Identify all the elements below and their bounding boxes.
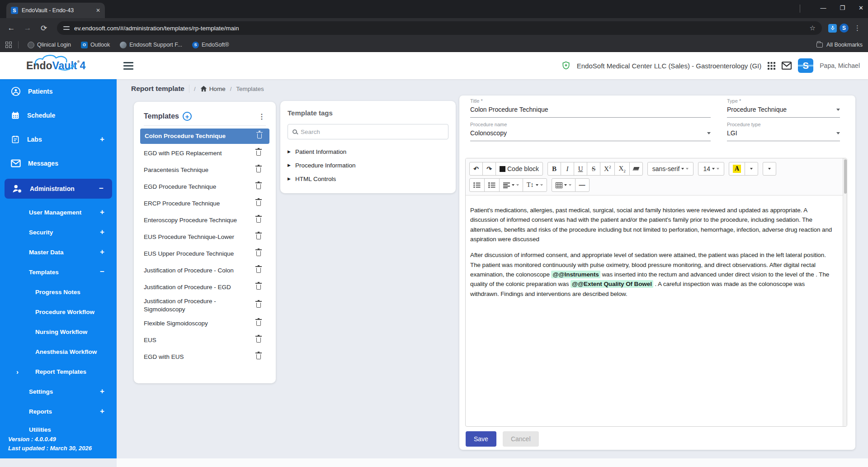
- strikethrough-button[interactable]: S: [587, 162, 600, 176]
- tag-group-html-controls[interactable]: ▶ HTML Controls: [288, 172, 448, 186]
- bookmark-outlook[interactable]: O Outlook: [78, 42, 113, 48]
- sidebar-item-anesthesia-workflow[interactable]: Anesthesia Workflow: [0, 342, 117, 362]
- expand-plus-icon[interactable]: +: [99, 407, 106, 416]
- site-settings-icon[interactable]: [63, 25, 70, 31]
- apps-grid-icon[interactable]: [768, 62, 775, 70]
- forward-button[interactable]: →: [21, 24, 34, 33]
- tree-arrow-icon[interactable]: ▶: [288, 149, 291, 154]
- mic-extension-icon[interactable]: [828, 24, 837, 33]
- superscript-button[interactable]: X2: [600, 162, 615, 176]
- tree-arrow-icon[interactable]: ▶: [288, 163, 291, 167]
- sidebar-item-user-management[interactable]: User Management +: [0, 202, 117, 222]
- templates-menu-icon[interactable]: ⋮: [258, 112, 266, 121]
- cancel-button[interactable]: Cancel: [503, 431, 539, 447]
- extent-quality-tag[interactable]: @@Extent Quality Of Bowel: [571, 280, 653, 288]
- breadcrumb-home[interactable]: Home: [200, 86, 226, 92]
- hamburger-menu-icon[interactable]: [123, 60, 133, 71]
- procedure-type-select[interactable]: LGI: [727, 129, 840, 141]
- bookmark-endosoft[interactable]: S EndoSoft®: [189, 42, 232, 48]
- sidebar-item-reports[interactable]: Reports +: [0, 401, 117, 421]
- template-list-item[interactable]: EUS Upper Procedure Technique: [134, 245, 276, 262]
- redo-button[interactable]: ↷: [482, 162, 496, 176]
- delete-template-button[interactable]: [256, 131, 263, 142]
- tab-close-icon[interactable]: ✕: [96, 7, 100, 14]
- delete-template-button[interactable]: [255, 352, 262, 362]
- search-input[interactable]: [301, 129, 443, 135]
- font-color-button[interactable]: A: [729, 162, 745, 176]
- address-bar[interactable]: ev.endosoft.com/#/administration/templat…: [57, 21, 822, 35]
- delete-template-button[interactable]: [255, 181, 262, 192]
- horizontal-rule-button[interactable]: —: [575, 178, 590, 192]
- font-size-select[interactable]: 14: [698, 162, 724, 176]
- delete-template-button[interactable]: [255, 335, 262, 346]
- sidebar-item-labs[interactable]: Labs +: [0, 127, 117, 151]
- mail-icon[interactable]: [782, 62, 792, 70]
- delete-template-button[interactable]: [255, 248, 262, 259]
- code-block-button[interactable]: Code block: [495, 162, 543, 176]
- collapse-minus-icon[interactable]: −: [99, 267, 106, 276]
- save-button[interactable]: Save: [466, 431, 496, 447]
- window-minimize-button[interactable]: —: [820, 5, 826, 11]
- subscript-button[interactable]: X2: [614, 162, 629, 176]
- delete-template-button[interactable]: [255, 265, 262, 276]
- ordered-list-button[interactable]: [484, 178, 500, 192]
- instruments-tag[interactable]: @@Instruments: [551, 271, 600, 278]
- delete-template-button[interactable]: [255, 282, 262, 293]
- editor-content[interactable]: Patient's medications, allergies, past m…: [466, 195, 847, 418]
- breadcrumb-templates[interactable]: Templates: [236, 86, 264, 92]
- title-field[interactable]: Colon Procedure Technique: [470, 106, 711, 118]
- expand-plus-icon[interactable]: +: [99, 135, 106, 144]
- undo-button[interactable]: ↶: [469, 162, 483, 176]
- browser-menu-icon[interactable]: ⋮: [851, 24, 863, 32]
- sidebar-item-templates[interactable]: Templates −: [0, 262, 117, 282]
- tag-group-patient-information[interactable]: ▶ Patient Information: [288, 145, 448, 158]
- apps-shortcut-icon[interactable]: [5, 42, 12, 48]
- sidebar-item-schedule[interactable]: Schedule: [0, 103, 117, 127]
- underline-button[interactable]: U: [574, 162, 587, 176]
- add-template-button[interactable]: +: [183, 112, 192, 121]
- bookmark-qlinical[interactable]: Qlinical Login: [25, 42, 74, 48]
- expand-plus-icon[interactable]: +: [99, 208, 106, 217]
- template-list-item[interactable]: Flexible Sigmoidoscopy: [134, 315, 276, 332]
- template-list-item[interactable]: Colon Procedure Technique: [140, 129, 269, 144]
- tag-group-procedure-information[interactable]: ▶ Procedure Information: [288, 158, 448, 172]
- template-list-item[interactable]: Justification of Procedure - EGD: [134, 279, 276, 295]
- font-color-caret[interactable]: [745, 162, 758, 176]
- sidebar-item-patients[interactable]: Patients: [0, 79, 117, 103]
- template-list-item[interactable]: Enteroscopy Procedure Technique: [134, 212, 276, 229]
- template-list-item[interactable]: Justification of Procedure - Colon: [134, 262, 276, 279]
- expand-plus-icon[interactable]: +: [99, 387, 106, 396]
- delete-template-button[interactable]: [255, 148, 262, 159]
- more-options-caret[interactable]: [763, 162, 776, 176]
- window-close-button[interactable]: ✕: [859, 5, 863, 11]
- organization-name[interactable]: EndoSoft Medical Center LLC (Sales) - Ga…: [577, 62, 762, 70]
- sidebar-item-security[interactable]: Security +: [0, 222, 117, 242]
- align-button[interactable]: [499, 178, 523, 192]
- tags-search[interactable]: [288, 124, 448, 139]
- expand-plus-icon[interactable]: +: [99, 248, 106, 257]
- font-family-select[interactable]: sans-serif: [647, 162, 694, 176]
- template-list-item[interactable]: EUS: [134, 332, 276, 348]
- template-list-item[interactable]: EUS Procedure Technique-Lower: [134, 229, 276, 245]
- template-list-item[interactable]: ERCP Procedure Technique: [134, 195, 276, 212]
- sidebar-item-administration[interactable]: Administration −: [5, 179, 112, 199]
- browser-tab[interactable]: S EndoVault - Endo-43 ✕: [6, 3, 105, 18]
- template-list-item[interactable]: EGD with PEG Replacement: [134, 145, 276, 162]
- delete-template-button[interactable]: [255, 215, 262, 226]
- url-text[interactable]: ev.endosoft.com/#/administration/templat…: [74, 25, 805, 32]
- bookmark-star-icon[interactable]: ☆: [810, 24, 816, 32]
- sidebar-item-master-data[interactable]: Master Data +: [0, 242, 117, 262]
- scrollbar-thumb[interactable]: [844, 159, 847, 194]
- bullet-list-button[interactable]: [469, 178, 485, 192]
- user-name[interactable]: Papa, Michael: [820, 62, 860, 69]
- back-button[interactable]: ←: [5, 24, 18, 33]
- bookmark-endosoft-support[interactable]: Endosoft Support F...: [117, 42, 185, 48]
- reload-button[interactable]: ⟳: [37, 24, 51, 33]
- sidebar-item-progress-notes[interactable]: Progress Notes: [0, 282, 117, 302]
- delete-template-button[interactable]: [255, 165, 262, 176]
- delete-template-button[interactable]: [255, 300, 262, 311]
- procedure-name-select[interactable]: Colonoscopy: [470, 129, 711, 141]
- window-restore-button[interactable]: ❐: [840, 5, 845, 11]
- endosoft-logo[interactable]: S: [798, 58, 813, 73]
- delete-template-button[interactable]: [255, 318, 262, 329]
